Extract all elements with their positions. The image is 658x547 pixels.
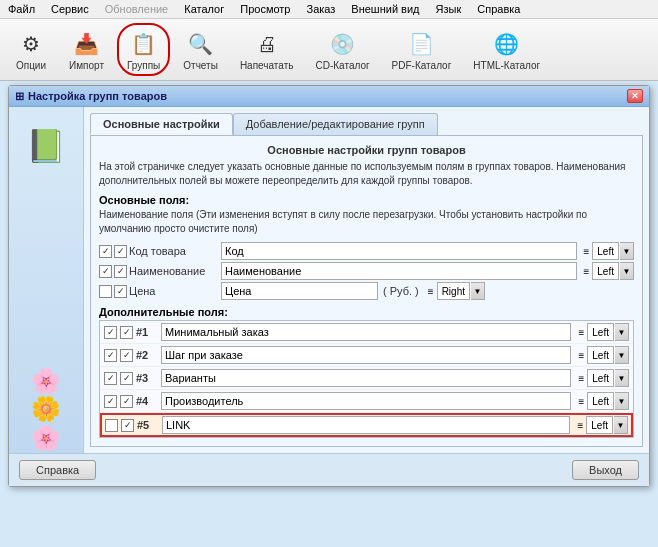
align-btn-2[interactable]: Left xyxy=(592,262,619,280)
menu-item-просмотр[interactable]: Просмотр xyxy=(236,2,294,16)
align-dropdown-1: ≡ Left ▼ xyxy=(583,242,634,260)
menu-item-заказ[interactable]: Заказ xyxy=(302,2,339,16)
toolbar-btn-cd[interactable]: 💿 CD-Каталог xyxy=(306,24,378,75)
menu-item-язык[interactable]: Язык xyxy=(432,2,466,16)
list-checkbox-5b[interactable] xyxy=(121,419,134,432)
toolbar-btn-[interactable]: 📥 Импорт xyxy=(60,24,113,75)
window-title-text: Настройка групп товаров xyxy=(28,90,167,102)
list-row-3: #3 ≡ Left ▼ xyxy=(100,367,633,390)
menu-item-сервис[interactable]: Сервис xyxy=(47,2,93,16)
align-btn-3[interactable]: Right xyxy=(437,282,470,300)
toolbar-btn-pdf[interactable]: 📄 PDF-Каталог xyxy=(383,24,461,75)
menu-item-справка[interactable]: Справка xyxy=(473,2,524,16)
list-align-icon-1: ≡ xyxy=(578,327,584,338)
window-body: 📗 🌸 🌼 🌸 Основные настройки Добавление/ре… xyxy=(9,107,649,453)
menu-item-внешний вид[interactable]: Внешний вид xyxy=(347,2,423,16)
toolbar-btn-[interactable]: 🔍 Отчеты xyxy=(174,24,227,75)
additional-fields-label: Дополнительные поля: xyxy=(99,306,634,318)
toolbar-icon-импорт: 📥 xyxy=(70,28,102,60)
field-num-4: #4 xyxy=(136,395,158,407)
field-name-3: Цена xyxy=(129,285,219,297)
align-dropdown-2: ≡ Left ▼ xyxy=(583,262,634,280)
align-btn-1[interactable]: Left xyxy=(592,242,619,260)
field-name-2: Наименование xyxy=(129,265,219,277)
menu-item-каталог[interactable]: Каталог xyxy=(180,2,228,16)
list-checkbox-5a[interactable] xyxy=(105,419,118,432)
list-checkbox-2b[interactable] xyxy=(120,349,133,362)
list-align-dropdown-5: ≡ Left ▼ xyxy=(577,416,628,434)
checkbox-3b[interactable] xyxy=(114,285,127,298)
align-arrow-3[interactable]: ▼ xyxy=(471,282,485,300)
align-icon-3: ≡ xyxy=(428,286,434,297)
menu-bar: ФайлСервисОбновлениеКаталогПросмотрЗаказ… xyxy=(0,0,658,19)
list-row-4: #4 ≡ Left ▼ xyxy=(100,390,633,413)
list-align-btn-5[interactable]: Left xyxy=(586,416,613,434)
list-field-input-1[interactable] xyxy=(161,323,571,341)
currency-display: ( Руб. ) xyxy=(383,285,419,297)
toolbar-btn-html[interactable]: 🌐 HTML-Каталог xyxy=(464,24,549,75)
left-panel-icon: 📗 xyxy=(26,127,66,165)
list-align-btn-3[interactable]: Left xyxy=(587,369,614,387)
checkbox-1b[interactable] xyxy=(114,245,127,258)
align-dropdown-3: ≡ Right ▼ xyxy=(428,282,485,300)
list-checkbox-4a[interactable] xyxy=(104,395,117,408)
list-checkbox-1a[interactable] xyxy=(104,326,117,339)
window-title-icon: ⊞ xyxy=(15,90,24,103)
list-align-arrow-3[interactable]: ▼ xyxy=(615,369,629,387)
list-field-input-3[interactable] xyxy=(161,369,571,387)
list-align-btn-4[interactable]: Left xyxy=(587,392,614,410)
toolbar-icon-pdf-каталог: 📄 xyxy=(405,28,437,60)
list-align-dropdown-2: ≡ Left ▼ xyxy=(578,346,629,364)
basic-fields-label: Основные поля: xyxy=(99,194,634,206)
toolbar-btn-[interactable]: ⚙ Опции xyxy=(6,24,56,75)
list-align-btn-1[interactable]: Left xyxy=(587,323,614,341)
description-text: На этой страничке следует указать основн… xyxy=(99,160,634,188)
list-align-arrow-2[interactable]: ▼ xyxy=(615,346,629,364)
menu-item-обновление: Обновление xyxy=(101,2,173,16)
basic-field-row-3: Цена ( Руб. ) ≡ Right ▼ xyxy=(99,282,634,300)
list-checkbox-3b[interactable] xyxy=(120,372,133,385)
toolbar-btn-[interactable]: 📋 Группы xyxy=(117,23,170,76)
toolbar-icon-группы: 📋 xyxy=(128,28,160,60)
tab-basic-settings[interactable]: Основные настройки xyxy=(90,113,233,135)
help-button[interactable]: Справка xyxy=(19,460,96,480)
list-checkbox-1b[interactable] xyxy=(120,326,133,339)
field-input-3[interactable] xyxy=(221,282,378,300)
list-checkbox-4b[interactable] xyxy=(120,395,133,408)
field-input-2[interactable] xyxy=(221,262,577,280)
scrollable-list: #1 ≡ Left ▼ #2 xyxy=(99,320,634,438)
flower-decoration: 🌸 xyxy=(31,367,61,396)
toolbar-icon-отчеты: 🔍 xyxy=(185,28,217,60)
align-icon-1: ≡ xyxy=(583,246,589,257)
list-field-input-4[interactable] xyxy=(161,392,571,410)
field-num-2: #2 xyxy=(136,349,158,361)
list-field-input-5[interactable] xyxy=(162,416,570,434)
checkbox-2a[interactable] xyxy=(99,265,112,278)
content-area: Основные настройки Добавление/редактиров… xyxy=(84,107,649,453)
field-input-1[interactable] xyxy=(221,242,577,260)
menu-item-файл[interactable]: Файл xyxy=(4,2,39,16)
checkbox-2b[interactable] xyxy=(114,265,127,278)
list-align-arrow-1[interactable]: ▼ xyxy=(615,323,629,341)
list-align-arrow-4[interactable]: ▼ xyxy=(615,392,629,410)
list-row-5: #5 ≡ Left ▼ xyxy=(100,413,633,437)
align-arrow-1[interactable]: ▼ xyxy=(620,242,634,260)
checkbox-3a[interactable] xyxy=(99,285,112,298)
field-num-5: #5 xyxy=(137,419,159,431)
checkbox-1a[interactable] xyxy=(99,245,112,258)
toolbar-btn-[interactable]: 🖨 Напечатать xyxy=(231,24,303,75)
list-align-dropdown-4: ≡ Left ▼ xyxy=(578,392,629,410)
field-num-3: #3 xyxy=(136,372,158,384)
align-arrow-2[interactable]: ▼ xyxy=(620,262,634,280)
list-checkbox-2a[interactable] xyxy=(104,349,117,362)
window-close-button[interactable]: ✕ xyxy=(627,89,643,103)
list-align-btn-2[interactable]: Left xyxy=(587,346,614,364)
basic-field-row-1: Код товара ≡ Left ▼ xyxy=(99,242,634,260)
list-checkbox-3a[interactable] xyxy=(104,372,117,385)
tab-add-edit-groups[interactable]: Добавление/редактирование групп xyxy=(233,113,438,135)
list-align-icon-3: ≡ xyxy=(578,373,584,384)
list-align-arrow-5[interactable]: ▼ xyxy=(614,416,628,434)
exit-button[interactable]: Выход xyxy=(572,460,639,480)
list-align-dropdown-3: ≡ Left ▼ xyxy=(578,369,629,387)
list-field-input-2[interactable] xyxy=(161,346,571,364)
